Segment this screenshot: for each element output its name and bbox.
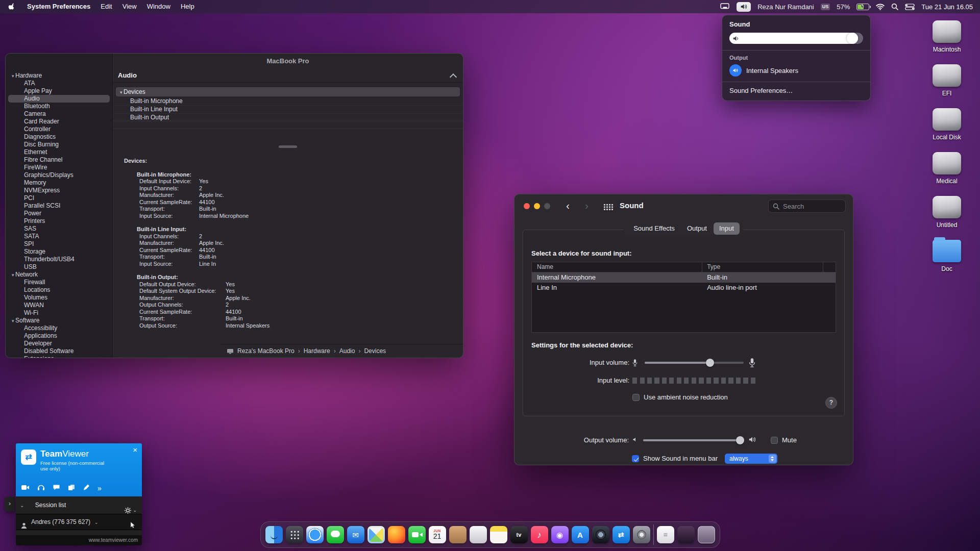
sidebar-item[interactable]: Apple Pay: [6, 87, 112, 95]
dock-item[interactable]: [327, 526, 344, 543]
minimize-button[interactable]: [534, 203, 540, 209]
slider-knob[interactable]: [706, 359, 714, 367]
tab[interactable]: Sound Effects: [628, 222, 680, 235]
sidebar-item[interactable]: SATA: [6, 233, 112, 240]
desktop-icon[interactable]: Medical: [919, 152, 975, 185]
slider-knob[interactable]: [736, 436, 744, 444]
sidebar-item[interactable]: Graphics/Displays: [6, 171, 112, 179]
sidebar-item[interactable]: Audio: [8, 95, 110, 103]
desktop-icon[interactable]: EFI: [919, 64, 975, 97]
chevron-up-icon[interactable]: [450, 73, 457, 81]
window-title[interactable]: Sound: [620, 201, 644, 210]
sidebar-item[interactable]: Thunderbolt/USB4: [6, 256, 112, 263]
close-icon[interactable]: ×: [133, 445, 137, 454]
output-volume-slider[interactable]: [643, 439, 744, 441]
sidebar-item[interactable]: Network: [6, 271, 112, 279]
volume-menu-icon[interactable]: [737, 2, 751, 12]
gear-icon[interactable]: [125, 507, 131, 514]
sidebar-item[interactable]: PCI: [6, 194, 112, 202]
forward-button[interactable]: ›: [585, 199, 589, 212]
sidebar-item[interactable]: Disabled Software: [6, 347, 112, 355]
dock-item[interactable]: ✉: [347, 526, 364, 543]
breadcrumb-item[interactable]: Devices: [355, 347, 386, 355]
column-header-name[interactable]: Name: [537, 262, 553, 272]
sidebar-item[interactable]: Accessibility: [6, 324, 112, 332]
sidebar-item[interactable]: ATA: [6, 80, 112, 87]
dock-item[interactable]: [653, 524, 654, 545]
column-header-type[interactable]: Type: [707, 262, 720, 272]
sidebar-item[interactable]: Power: [6, 210, 112, 217]
menubar-menu[interactable]: Window: [142, 0, 176, 13]
desktop-icon[interactable]: Macintosh: [919, 20, 975, 53]
battery-icon[interactable]: [856, 4, 869, 10]
breadcrumb-item[interactable]: Reza's MacBook Pro: [237, 347, 295, 355]
dock-item[interactable]: [490, 526, 507, 543]
sidebar-item[interactable]: Memory: [6, 179, 112, 187]
menubar-volume-slider[interactable]: [729, 33, 863, 44]
volume-slider-knob[interactable]: [847, 33, 858, 44]
dock-item[interactable]: ≡: [657, 526, 674, 543]
sidebar-item[interactable]: Applications: [6, 332, 112, 340]
sidebar-item[interactable]: Hardware: [6, 72, 112, 80]
teamviewer-collapse-handle[interactable]: ›: [5, 497, 15, 511]
window-title[interactable]: MacBook Pro: [113, 54, 463, 69]
sidebar-item[interactable]: Extensions: [6, 355, 112, 358]
dock-item[interactable]: A: [572, 526, 589, 543]
sidebar-item[interactable]: Developer: [6, 340, 112, 347]
tab[interactable]: Output: [681, 222, 713, 235]
screen-mirroring-icon[interactable]: [720, 3, 730, 10]
dock-item[interactable]: JUN 21: [429, 526, 446, 543]
chat-icon[interactable]: [53, 484, 60, 493]
file-transfer-icon[interactable]: [68, 484, 75, 493]
sidebar-item[interactable]: Ethernet: [6, 148, 112, 156]
menubar-menu[interactable]: View: [117, 0, 142, 13]
search-input[interactable]: [782, 202, 840, 211]
dock-item[interactable]: [470, 526, 487, 543]
sidebar-item[interactable]: Volumes: [6, 294, 112, 302]
sidebar-item[interactable]: Camera: [6, 110, 112, 118]
pane-splitter-handle[interactable]: [279, 145, 297, 148]
desktop-icon[interactable]: Doc: [919, 240, 975, 272]
device-tree-item[interactable]: Built-in Microphone: [113, 97, 463, 106]
sidebar-item[interactable]: Fibre Channel: [6, 156, 112, 164]
show-all-grid-icon[interactable]: [603, 204, 613, 210]
show-sound-checkbox[interactable]: [632, 455, 639, 462]
search-field[interactable]: [768, 199, 846, 213]
whiteboard-icon[interactable]: [83, 484, 90, 493]
menubar-menu[interactable]: System Preferences: [22, 0, 95, 13]
device-tree-item[interactable]: Built-in Line Input: [113, 106, 463, 114]
input-source-badge[interactable]: US: [821, 4, 830, 10]
dock-item[interactable]: [698, 526, 715, 543]
sidebar-item[interactable]: Locations: [6, 286, 112, 294]
sidebar-item[interactable]: Card Reader: [6, 118, 112, 126]
dock-item[interactable]: [286, 526, 303, 543]
menubar-clock[interactable]: Tue 21 Jun 16.05: [921, 3, 973, 11]
menubar-menu[interactable]: Help: [176, 0, 200, 13]
column-divider[interactable]: [702, 262, 702, 272]
close-button[interactable]: [524, 203, 530, 209]
audio-section-header[interactable]: Audio: [113, 69, 463, 83]
dock-item[interactable]: [677, 526, 695, 543]
menubar-visibility-dropdown[interactable]: always: [725, 454, 777, 464]
sidebar-item[interactable]: Storage: [6, 248, 112, 256]
dock-item[interactable]: [592, 526, 609, 543]
zoom-button[interactable]: [544, 203, 550, 209]
desktop-icon[interactable]: Local Disk: [919, 108, 975, 141]
sidebar-item[interactable]: FireWire: [6, 164, 112, 171]
user-menu-label[interactable]: Reza Nur Ramdani: [757, 3, 814, 11]
sidebar-item[interactable]: Disc Burning: [6, 141, 112, 148]
sidebar-item[interactable]: USB: [6, 263, 112, 271]
back-button[interactable]: ‹: [566, 199, 570, 212]
sidebar-item[interactable]: Diagnostics: [6, 133, 112, 141]
sound-preferences-link[interactable]: Sound Preferences…: [729, 87, 863, 94]
table-row[interactable]: Internal Microphone Built-in: [532, 272, 836, 283]
sidebar-item[interactable]: Software: [6, 317, 112, 324]
dock-item[interactable]: [368, 526, 385, 543]
ambient-noise-checkbox[interactable]: [632, 394, 640, 401]
dock-item[interactable]: [265, 526, 283, 543]
voip-icon[interactable]: [37, 484, 45, 493]
breadcrumb-item[interactable]: Hardware: [295, 347, 330, 355]
output-device-item[interactable]: Internal Speakers: [729, 64, 863, 77]
device-tree-root[interactable]: Devices: [116, 87, 460, 96]
dock-item[interactable]: ◉: [551, 526, 569, 543]
